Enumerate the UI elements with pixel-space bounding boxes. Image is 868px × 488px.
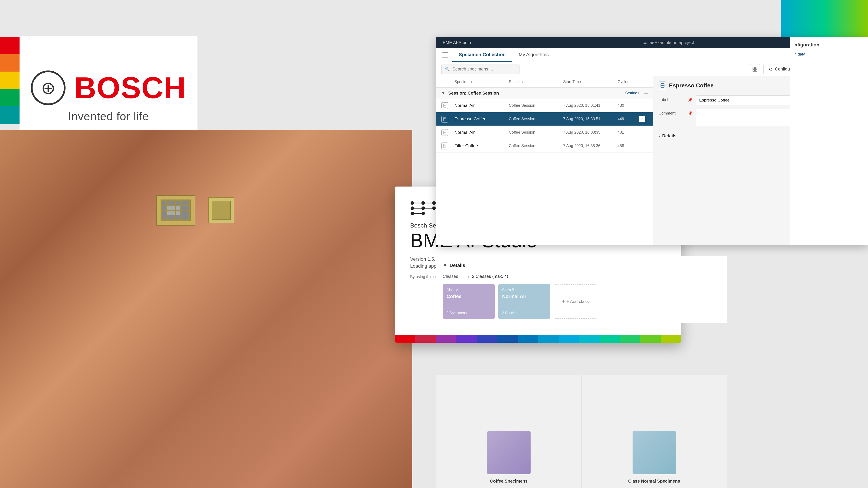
config-panel: nfiguration n data ... (790, 37, 868, 245)
settings-link[interactable]: Settings (625, 91, 639, 95)
chip-inner (212, 201, 231, 220)
specimen-cycles: 458 (618, 143, 639, 148)
tab-my-algorithms[interactable]: My Algorithms (512, 48, 555, 62)
specimen-name: Normal Air (455, 130, 509, 135)
class-b-label: Class B (502, 288, 547, 292)
class-a-label: Class A (446, 288, 491, 292)
classes-info-icon: ℹ (467, 274, 469, 279)
specimen-time: 7 Aug 2020, 15:33:51 (563, 117, 618, 121)
details-section-title: Details (450, 263, 465, 268)
tab-specimen-collection[interactable]: Specimen Collection (452, 48, 512, 62)
specimen-icon (441, 129, 448, 136)
svg-rect-13 (753, 67, 754, 69)
pin-icon: 📌 (688, 95, 693, 101)
specimen-cycles: 449 (618, 117, 639, 121)
col-cycles: Cycles (618, 79, 639, 84)
thumbnail-coffee[interactable]: Coffee Specimens (436, 375, 582, 488)
accent-bar (781, 0, 868, 37)
bosch-circle-logo: ⊕ (31, 70, 65, 105)
session-header[interactable]: ▼ Session: Coffee Session Settings — (436, 88, 653, 99)
bosch-tagline: Invented for life (68, 110, 149, 123)
search-icon: 🔍 (445, 67, 450, 72)
selected-check-icon: ✓ (639, 116, 645, 122)
specimen-session: Coffee Session (509, 103, 563, 108)
col-session: Session (509, 79, 563, 84)
specimen-time: 7 Aug 2020, 15:01:41 (563, 103, 618, 108)
bosch-company-name: BOSCH (74, 70, 186, 105)
comment-pin-icon: 📌 (688, 109, 693, 114)
panel-title: Espresso Coffee (669, 82, 713, 89)
thumbnail-coffee-preview (487, 431, 531, 474)
details-chevron-icon: ▼ (443, 263, 447, 268)
class-card-a[interactable]: Class A Coffee 2 Specimens (443, 284, 495, 319)
class-a-name: Coffee (446, 294, 491, 299)
config-link[interactable]: n data ... (795, 52, 864, 57)
chevron-down-icon: ▼ (441, 91, 445, 95)
config-title: nfiguration (795, 42, 864, 48)
table-row[interactable]: Normal Air Coffee Session 7 Aug 2020, 16… (436, 126, 653, 139)
svg-rect-15 (753, 70, 754, 71)
col-specimen: Specimen (455, 79, 509, 84)
thumbnail-normal-preview (632, 431, 676, 474)
details-section: ▼ Details Classes ℹ 2 Classes (max. 4) C… (436, 256, 727, 323)
session-close-icon[interactable]: — (644, 91, 648, 95)
add-icon: + (562, 299, 565, 304)
table-row[interactable]: Filter Coffee Coffee Session 7 Aug 2020,… (436, 139, 653, 153)
thumbnail-normal[interactable]: Class Normal Specimens (582, 375, 727, 488)
configure-icon: ⚙ (769, 67, 773, 72)
specimen-icon (441, 102, 448, 109)
color-bar (0, 37, 20, 124)
splash-color-bar (395, 335, 681, 343)
classes-count: 2 Classes (max. 4) (472, 274, 508, 279)
search-box[interactable]: 🔍 (441, 64, 520, 74)
thumbnails-section: Coffee Specimens Class Normal Specimens (436, 375, 727, 488)
grid-view-button[interactable] (750, 64, 760, 74)
bosch-logo: ⊕ BOSCH (31, 70, 186, 105)
app-title: BME AI-Studio (443, 40, 471, 45)
thumbnail-normal-label: Class Normal Specimens (628, 479, 680, 484)
specimen-name: Filter Coffee (455, 143, 509, 148)
class-b-count: 2 Specimens (502, 311, 547, 315)
table-area: Specimen Session Start Time Cycles ▼ Ses… (436, 76, 653, 245)
class-b-name: Normal Air (502, 294, 547, 299)
session-name: Session: Coffee Session (448, 91, 499, 96)
finger-photo (0, 130, 412, 488)
specimen-time: 7 Aug 2020, 16:35:36 (563, 143, 618, 148)
search-input[interactable] (453, 67, 516, 72)
specimen-icon (441, 142, 448, 150)
chip-grid (161, 199, 191, 221)
svg-rect-14 (755, 67, 757, 69)
details-label: Details (662, 133, 677, 138)
specimen-icon (441, 116, 448, 123)
classes-label: Classes (443, 274, 464, 279)
table-header: Specimen Session Start Time Cycles (436, 76, 653, 88)
comment-field-label: Comment (659, 109, 685, 116)
specimen-name: Normal Air (455, 103, 509, 108)
panel-title-icon (659, 82, 666, 89)
classes-row: Classes ℹ 2 Classes (max. 4) (443, 274, 720, 279)
chevron-right-icon: › (659, 133, 660, 138)
svg-rect-16 (755, 70, 757, 71)
specimen-cycles: 480 (618, 103, 639, 108)
class-cards: Class A Coffee 2 Specimens Class B Norma… (443, 284, 720, 319)
specimen-session: Coffee Session (509, 143, 563, 148)
table-row[interactable]: Normal Air Coffee Session 7 Aug 2020, 15… (436, 99, 653, 112)
hamburger-icon[interactable] (440, 50, 450, 60)
specimen-name: Espresso Coffee (455, 117, 509, 122)
col-start-time: Start Time (563, 79, 618, 84)
specimen-session: Coffee Session (509, 130, 563, 135)
project-path: coffeeExample.bmeproject (643, 40, 694, 45)
class-card-b[interactable]: Class B Normal Air 2 Specimens (498, 284, 550, 319)
specimen-time: 7 Aug 2020, 16:03:35 (563, 130, 618, 135)
table-row[interactable]: Espresso Coffee Coffee Session 7 Aug 202… (436, 112, 653, 126)
specimen-session: Coffee Session (509, 117, 563, 121)
thumbnail-coffee-label: Coffee Specimens (490, 479, 528, 484)
details-toggle-row[interactable]: ▼ Details (443, 263, 720, 268)
specimen-cycles: 481 (618, 130, 639, 135)
label-field-label: Label (659, 95, 685, 102)
add-class-button[interactable]: + + Add class (554, 284, 597, 319)
class-a-count: 2 Specimens (446, 311, 491, 315)
